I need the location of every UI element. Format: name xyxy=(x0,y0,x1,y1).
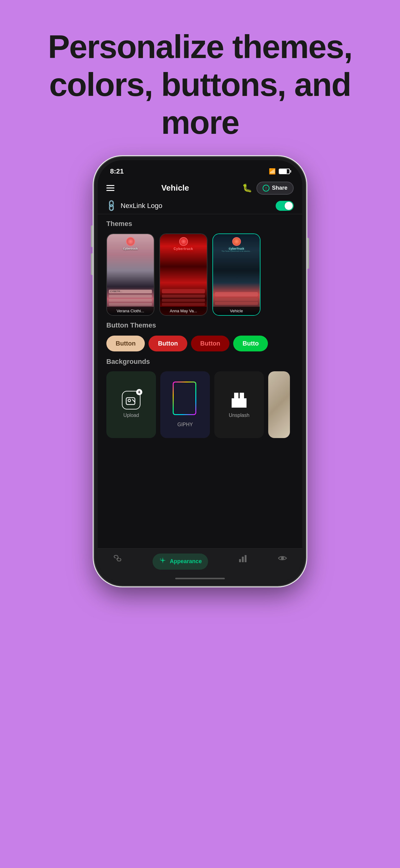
screen-content: Vehicle 🐛 Share 🔗 NexLink Logo xyxy=(98,177,302,548)
theme-label-3: Vehicle xyxy=(213,307,260,315)
phone-shell: 8:21 📶 Vehicle 🐛 xyxy=(95,157,305,586)
link-icon: 🔗 xyxy=(104,199,119,213)
home-indicator xyxy=(175,578,225,579)
battery-icon xyxy=(279,168,290,174)
svg-point-8 xyxy=(281,557,284,560)
tab-bar: Appearance xyxy=(98,548,302,582)
upload-plus-icon: + xyxy=(136,389,142,395)
view-tab-icon xyxy=(278,554,287,565)
volume-up-button xyxy=(91,225,93,247)
svg-rect-3 xyxy=(240,393,244,398)
btn-theme-1[interactable]: Button xyxy=(106,336,145,351)
nav-title: Vehicle xyxy=(108,183,242,193)
bg-card-partial[interactable] xyxy=(268,371,290,438)
bug-icon[interactable]: 🐛 xyxy=(242,183,252,193)
giphy-label: GIPHY xyxy=(177,422,193,428)
appearance-tab-icon xyxy=(159,557,167,566)
stats-tab-icon xyxy=(238,554,247,565)
share-label: Share xyxy=(272,185,288,191)
upload-icon: + xyxy=(122,391,140,409)
wifi-icon: 📶 xyxy=(269,168,276,175)
theme-card-2[interactable]: Cybertruck Anna May Va... xyxy=(159,234,207,316)
theme-label-2: Anna May Va... xyxy=(160,307,207,315)
phone-mockup: 8:21 📶 Vehicle 🐛 xyxy=(95,157,305,586)
theme-card-3[interactable]: CyberTruck The Tesla Cybertruck is an el… xyxy=(212,234,261,316)
backgrounds-title: Backgrounds xyxy=(98,355,302,368)
status-icons: 📶 xyxy=(269,168,290,175)
svg-point-1 xyxy=(128,399,131,402)
notch xyxy=(174,160,226,172)
share-icon xyxy=(263,185,269,191)
upload-label: Upload xyxy=(124,412,139,418)
btn-theme-2[interactable]: Button xyxy=(148,336,187,351)
appearance-tab-label: Appearance xyxy=(170,558,202,565)
btn-theme-3[interactable]: Button xyxy=(191,336,229,351)
themes-section-title: Themes xyxy=(98,217,302,230)
nexlink-row: 🔗 NexLink Logo xyxy=(98,198,302,214)
tab-view[interactable] xyxy=(278,554,287,565)
themes-scroll: Cybertruck CYBETR... Verana Clothi... xyxy=(98,230,302,319)
share-button[interactable]: Share xyxy=(257,182,294,195)
unsplash-label: Unsplash xyxy=(229,412,249,418)
share-tab-icon xyxy=(113,554,122,565)
power-button xyxy=(307,238,309,269)
bg-card-upload[interactable]: + Upload xyxy=(106,371,156,438)
phone-screen: 8:21 📶 Vehicle 🐛 xyxy=(98,160,302,582)
svg-rect-6 xyxy=(242,557,244,562)
nexlink-toggle[interactable] xyxy=(276,201,294,211)
unsplash-icon xyxy=(230,391,248,409)
backgrounds-scroll: + Upload xyxy=(98,368,302,441)
volume-down-button xyxy=(91,253,93,275)
tab-appearance[interactable]: Appearance xyxy=(153,554,208,570)
svg-rect-4 xyxy=(232,398,246,408)
svg-rect-5 xyxy=(239,559,241,562)
theme-card-1[interactable]: Cybertruck CYBETR... Verana Clothi... xyxy=(106,234,155,316)
tab-share[interactable] xyxy=(113,554,122,565)
giphy-visual xyxy=(171,381,199,419)
nexlink-label: NexLink Logo xyxy=(121,202,276,210)
svg-rect-2 xyxy=(234,393,238,398)
tab-stats[interactable] xyxy=(238,554,247,565)
button-themes-scroll: Button Button Button Butto xyxy=(98,332,302,355)
bg-card-giphy[interactable]: GIPHY xyxy=(160,371,210,438)
btn-theme-4[interactable]: Butto xyxy=(233,336,268,351)
status-time: 8:21 xyxy=(110,167,124,176)
nav-bar: Vehicle 🐛 Share xyxy=(98,179,302,198)
bg-card-unsplash[interactable]: Unsplash xyxy=(214,371,264,438)
hero-title: Personalize themes, colors, buttons, and… xyxy=(25,28,375,142)
svg-rect-7 xyxy=(245,555,246,562)
button-themes-title: Button Themes xyxy=(98,319,302,332)
hero-section: Personalize themes, colors, buttons, and… xyxy=(0,0,400,157)
nav-actions: 🐛 Share xyxy=(242,182,294,195)
theme-label-1: Verana Clothi... xyxy=(107,307,154,315)
